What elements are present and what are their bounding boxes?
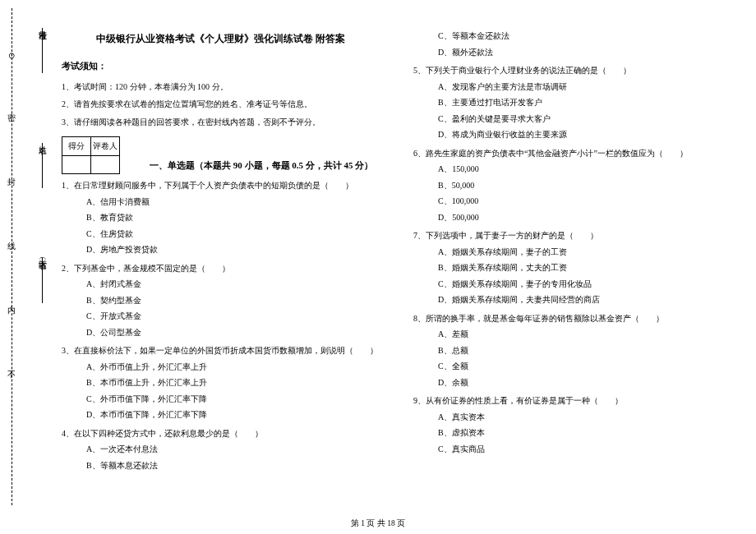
q1-opt-b: B、教育贷款	[86, 209, 380, 226]
q7-opt-c: C、婚姻关系存续期间，妻子的专用化妆品	[438, 276, 731, 292]
exam-title: 中级银行从业资格考试《个人理财》强化训练试卷 附答案	[62, 30, 380, 48]
question-3: 3、在直接标价法下，如果一定单位的外国货币折成本国货币数额增加，则说明（ ） A…	[62, 343, 380, 423]
q6-opt-a: A、150,000	[438, 161, 731, 177]
q2-opt-b: B、契约型基金	[86, 292, 380, 309]
score-label-b: 评卷人	[91, 137, 120, 156]
notice-3: 3、请仔细阅读各种题目的回答要求，在密封线内答题，否则不予评分。	[62, 114, 380, 131]
field-province: 省（市区）	[37, 255, 48, 353]
q4-opt-c: C、等额本金还款法	[438, 28, 731, 44]
left-column: 中级银行从业资格考试《个人理财》强化训练试卷 附答案 考试须知： 1、考试时间：…	[62, 25, 386, 473]
q8-opt-c: C、全额	[438, 358, 731, 375]
score-row: 得分 评卷人 一、单选题（本题共 90 小题，每题 0.5 分，共计 45 分）	[62, 136, 380, 174]
q4-opt-a: A、一次还本付息法	[86, 441, 380, 458]
field-province-line	[42, 258, 43, 303]
q4-stem: 4、在以下四种还贷方式中，还款利息最少的是（ ）	[62, 426, 380, 442]
score-cell-a	[62, 155, 91, 174]
q6-opt-c: C、100,000	[438, 193, 731, 209]
q4-opt-d: D、额外还款法	[438, 44, 731, 61]
q7-opt-b: B、婚姻关系存续期间，丈夫的工资	[438, 260, 731, 276]
question-5: 5、下列关于商业银行个人理财业务的说法正确的是（ ） A、发现客户的主要方法是市…	[413, 62, 731, 143]
q3-opt-d: D、本币币值下降，外汇汇率下降	[86, 407, 380, 423]
q5-opt-b: B、主要通过打电话开发客户	[438, 94, 731, 111]
notice-heading: 考试须知：	[62, 58, 380, 75]
score-cell-b	[91, 155, 120, 174]
q9-opt-b: B、虚拟资本	[438, 425, 731, 441]
page-number: 第 1 页 共 18 页	[0, 518, 756, 529]
q1-opt-d: D、房地产投资贷款	[86, 242, 380, 258]
q8-stem: 8、所谓的换手率，就是基金每年证券的销售额除以基金资产（ ）	[413, 311, 731, 327]
question-6: 6、路先生家庭的资产负债表中“其他金融资产小计”一栏的数值应为（ ） A、150…	[413, 145, 731, 226]
q9-opt-a: A、真实资本	[438, 409, 731, 426]
notice-2: 2、请首先按要求在试卷的指定位置填写您的姓名、准考证号等信息。	[62, 96, 380, 113]
q5-opt-a: A、发现客户的主要方法是市场调研	[438, 79, 731, 95]
q8-opt-d: D、余额	[438, 375, 731, 391]
q2-opt-c: C、开放式基金	[86, 308, 380, 325]
question-4: 4、在以下四种还贷方式中，还款利息最少的是（ ） A、一次还本付息法 B、等额本…	[62, 426, 380, 474]
q7-opt-a: A、婚姻关系存续期间，妻子的工资	[438, 244, 731, 260]
q2-opt-d: D、公司型基金	[86, 325, 380, 341]
question-9: 9、从有价证券的性质上看，有价证券是属于一种（ ） A、真实资本 B、虚拟资本 …	[413, 393, 731, 457]
q3-opt-c: C、外币币值下降，外汇汇率下降	[86, 391, 380, 407]
q9-stem: 9、从有价证券的性质上看，有价证券是属于一种（ ）	[413, 393, 731, 409]
seal-line-column: ⊙ 密 封 线 内 不	[0, 0, 23, 509]
question-2: 2、下列基金中，基金规模不固定的是（ ） A、封闭式基金 B、契约型基金 C、开…	[62, 260, 380, 341]
question-1: 1、在日常理财顾问服务中，下列属于个人资产负债表中的短期负债的是（ ） A、信用…	[62, 177, 380, 258]
q6-opt-d: D、500,000	[438, 209, 731, 226]
q7-opt-d: D、婚姻关系存续期间，夫妻共同经营的商店	[438, 292, 731, 308]
q8-opt-b: B、总额	[438, 343, 731, 359]
q8-opt-a: A、差额	[438, 326, 731, 343]
q2-opt-a: A、封闭式基金	[86, 276, 380, 292]
question-8: 8、所谓的换手率，就是基金每年证券的销售额除以基金资产（ ） A、差额 B、总额…	[413, 311, 731, 391]
q1-opt-a: A、信用卡消费额	[86, 194, 380, 210]
q2-stem: 2、下列基金中，基金规模不固定的是（ ）	[62, 260, 380, 277]
binding-margin: ⊙ 密 封 线 内 不 准考证号 姓名 省（市区）	[0, 0, 62, 509]
q3-stem: 3、在直接标价法下，如果一定单位的外国货币折成本国货币数额增加，则说明（ ）	[62, 343, 380, 359]
q7-stem: 7、下列选项中，属于妻子一方的财产的是（ ）	[413, 228, 731, 244]
q9-opt-c: C、真实商品	[438, 441, 731, 458]
field-name: 姓名	[37, 140, 48, 238]
q3-opt-a: A、外币币值上升，外汇汇率上升	[86, 359, 380, 375]
q1-opt-c: C、住房贷款	[86, 226, 380, 242]
field-name-line	[42, 143, 43, 188]
q5-opt-d: D、将成为商业银行收益的主要来源	[438, 127, 731, 143]
score-table: 得分 评卷人	[62, 136, 120, 174]
q5-stem: 5、下列关于商业银行个人理财业务的说法正确的是（ ）	[413, 62, 731, 79]
right-column: C、等额本金还款法 D、额外还款法 5、下列关于商业银行个人理财业务的说法正确的…	[407, 25, 731, 473]
field-exam-id-line	[42, 28, 43, 73]
q6-opt-b: B、50,000	[438, 177, 731, 194]
content-area: 中级银行从业资格考试《个人理财》强化训练试卷 附答案 考试须知： 1、考试时间：…	[62, 25, 731, 473]
q1-stem: 1、在日常理财顾问服务中，下列属于个人资产负债表中的短期负债的是（ ）	[62, 177, 380, 194]
q4-opt-b: B、等额本息还款法	[86, 458, 380, 474]
score-label-a: 得分	[62, 137, 91, 156]
candidate-fields-column: 准考证号 姓名 省（市区）	[23, 0, 62, 509]
notice-1: 1、考试时间：120 分钟，本卷满分为 100 分。	[62, 79, 380, 95]
section-1-title: 一、单选题（本题共 90 小题，每题 0.5 分，共计 45 分）	[150, 157, 373, 174]
question-7: 7、下列选项中，属于妻子一方的财产的是（ ） A、婚姻关系存续期间，妻子的工资 …	[413, 228, 731, 308]
q6-stem: 6、路先生家庭的资产负债表中“其他金融资产小计”一栏的数值应为（ ）	[413, 145, 731, 162]
field-exam-id: 准考证号	[37, 25, 48, 123]
q3-opt-b: B、本币币值上升，外汇汇率上升	[86, 375, 380, 391]
dashed-seal-line	[12, 8, 12, 505]
q5-opt-c: C、盈利的关键是要寻求大客户	[438, 111, 731, 127]
